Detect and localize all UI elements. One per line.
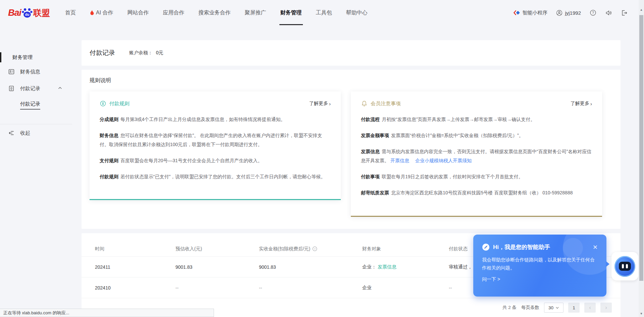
nav-item-finance[interactable]: 财务管理 bbox=[273, 0, 309, 25]
invoice-info-cell-link[interactable]: 发票信息 bbox=[378, 264, 396, 269]
sidebar-collapse-button[interactable]: 收起 bbox=[0, 128, 82, 138]
scrollbar-thumb[interactable] bbox=[639, 15, 643, 281]
invoice-info-link[interactable]: 开票信息 bbox=[390, 158, 409, 163]
payment-rules-card: 付款规则 了解更多 › 分成规则每月第3或4个工作日产出上月分成信息及发票信息，… bbox=[90, 91, 341, 200]
sidebar-item-payment-record[interactable]: 付款记录 bbox=[0, 80, 82, 97]
smart-program-icon bbox=[513, 9, 520, 16]
baidu-paw-icon: du bbox=[22, 7, 33, 18]
logout-icon[interactable] bbox=[621, 9, 628, 16]
rule-paragraph: 分成规则每月第3或4个工作日产出上月分成信息及发票信息，如有特殊情况将提前通知。 bbox=[100, 115, 331, 124]
cell-finance: 企业 bbox=[362, 285, 449, 291]
sidebar-section-finance[interactable]: 财务管理 bbox=[0, 51, 82, 63]
page-title: 付款记录 bbox=[90, 49, 115, 57]
page-scrollbar[interactable]: ▲ ▼ bbox=[639, 0, 644, 317]
close-icon[interactable]: ✕ bbox=[593, 244, 598, 250]
prev-page-button[interactable]: ‹ bbox=[584, 303, 596, 313]
svg-text:?: ? bbox=[592, 11, 594, 15]
logo-text-bai: Bai bbox=[8, 8, 21, 18]
navbar-right: 智能小程序 jyj1992 ? bbox=[513, 9, 636, 16]
chevron-right-icon: › bbox=[590, 101, 592, 107]
col-finance-target: 财务对象 bbox=[362, 246, 449, 252]
cell-estimated: 9001.83 bbox=[175, 264, 259, 270]
member-notes-more-link[interactable]: 了解更多 › bbox=[571, 101, 592, 107]
compass-icon bbox=[482, 243, 490, 251]
rule-paragraph: 支付规则百度联盟会在每月20号—31号支付企业会员上个自然月产生的收入。 bbox=[100, 156, 331, 165]
main-nav: 首页 AI 合作 网站合作 应用合作 搜索业务合作 聚屏推广 财务管理 工具包 … bbox=[58, 0, 375, 25]
assistant-title: Hi，我是您的智能助手 bbox=[493, 243, 550, 251]
page-header-card: 付款记录 账户余额：0元 bbox=[82, 40, 621, 66]
sidebar-subitem-payment-record[interactable]: 付款记录 bbox=[0, 97, 82, 114]
question-tooltip-icon[interactable]: ? bbox=[312, 246, 317, 251]
chevron-down-icon bbox=[555, 306, 559, 310]
cell-time: 202411 bbox=[95, 264, 175, 270]
payment-rules-more-link[interactable]: 了解更多 › bbox=[309, 101, 331, 107]
logo-text-lianmeng: 联盟 bbox=[33, 7, 50, 18]
top-navbar: Bai du 联盟 首页 AI 合作 网站合作 应用合作 搜索业务合作 聚屏推广… bbox=[0, 0, 644, 25]
col-received: 实收金额(扣除税费后/元) ? bbox=[259, 246, 362, 252]
cell-received: 9001.83 bbox=[259, 264, 362, 270]
nav-item-website[interactable]: 网站合作 bbox=[120, 0, 156, 25]
per-page-label: 每页条数 bbox=[521, 305, 539, 311]
payment-rules-title: 付款规则 bbox=[109, 101, 129, 107]
user-account[interactable]: jyj1992 bbox=[556, 10, 581, 16]
page-number-button[interactable]: 1 bbox=[568, 303, 580, 313]
robot-icon bbox=[614, 256, 635, 277]
nav-item-juping[interactable]: 聚屏推广 bbox=[238, 0, 273, 25]
nav-item-ai[interactable]: AI 合作 bbox=[83, 0, 120, 25]
rule-paragraph: 发票信息需与系统内发票信息内容完全一致，否则无法支付。请根据发票信息页面中“百度… bbox=[361, 147, 592, 165]
next-page-button[interactable]: › bbox=[600, 303, 612, 313]
chevron-up-icon[interactable] bbox=[58, 86, 62, 91]
sidebar-item-finance-info[interactable]: 财务信息 bbox=[0, 63, 82, 80]
assistant-robot-button[interactable] bbox=[611, 252, 638, 280]
help-icon[interactable]: ? bbox=[590, 9, 596, 16]
member-notes-card: 会员注意事项 了解更多 › 付款流程月初按“发票信息”页面开具发票→上传发票→邮… bbox=[351, 91, 602, 217]
scrollbar-down-button[interactable]: ▼ bbox=[639, 312, 644, 315]
finance-info-card-icon bbox=[8, 68, 15, 75]
scrollbar-up-button[interactable]: ▲ bbox=[639, 8, 644, 11]
cell-estimated: -- bbox=[175, 285, 259, 291]
svg-text:?: ? bbox=[314, 248, 316, 251]
sound-icon[interactable] bbox=[605, 9, 612, 16]
sidebar-divider bbox=[0, 124, 72, 124]
rule-paragraph: 付款流程月初按“发票信息”页面开具发票→上传发票→邮寄发票→审核→确认支付。 bbox=[361, 115, 592, 124]
chevron-right-icon: › bbox=[329, 101, 331, 107]
ask-link[interactable]: 问一下 > bbox=[482, 276, 598, 282]
svg-text:du: du bbox=[25, 13, 30, 16]
nav-item-toolkit[interactable]: 工具包 bbox=[309, 0, 339, 25]
cell-received: -- bbox=[259, 285, 362, 291]
browser-status-bubble: 正在等待 xlab.baidu.com 的响应... bbox=[0, 309, 214, 317]
bell-icon bbox=[361, 100, 368, 107]
col-time: 时间 bbox=[95, 246, 175, 252]
baidu-union-logo[interactable]: Bai du 联盟 bbox=[8, 7, 50, 18]
browser-status-text: 正在等待 xlab.baidu.com 的响应... bbox=[3, 310, 69, 316]
coin-icon bbox=[100, 100, 106, 107]
user-icon bbox=[556, 10, 562, 16]
per-page-select[interactable]: 30 bbox=[544, 303, 564, 313]
rule-paragraph: 付款事项联盟在每月19日之后签收的发票，付款时间安排在下个月首批支付。 bbox=[361, 172, 592, 181]
balance-value: 0元 bbox=[156, 50, 163, 55]
cell-finance: 企业： 发票信息 bbox=[362, 264, 449, 270]
total-count: 共 2 条 bbox=[502, 305, 517, 311]
rule-paragraph: 财务信息您可以在财务信息中选择“保留付款”。 在此期间您产生的收入将在账户内进行… bbox=[100, 131, 331, 149]
nav-item-app[interactable]: 应用合作 bbox=[156, 0, 192, 25]
payment-record-badge-icon bbox=[8, 85, 15, 92]
rules-section: 规则说明 付款规则 了解更多 › bbox=[82, 70, 621, 229]
nav-item-help-center[interactable]: 帮助中心 bbox=[339, 0, 375, 25]
username: jyj1992 bbox=[565, 10, 581, 16]
collapse-arrow-icon bbox=[8, 130, 15, 136]
rule-paragraph: 付款规则若付款状态显示“已支付”，说明联盟已安排了您的付款。支付后三个工作日内到… bbox=[100, 172, 331, 181]
rule-paragraph: 邮寄纸质发票北京市海淀区西北旺东路10号院百度科技园5号楼 百度联盟财务组（收）… bbox=[361, 188, 592, 197]
nav-item-home[interactable]: 首页 bbox=[58, 0, 83, 25]
smart-mini-program-link[interactable]: 智能小程序 bbox=[513, 9, 547, 16]
sidebar: 财务管理 财务信息 付款记录 bbox=[0, 25, 82, 317]
rule-paragraph: 发票金额事项发票票面“价税合计”金额=系统中“实收金额（扣除税费后/元）”。 bbox=[361, 131, 592, 140]
cell-time: 202410 bbox=[95, 285, 175, 291]
small-taxpayer-notice-link[interactable]: 企业小规模纳税人开票须知 bbox=[415, 158, 472, 163]
rules-heading: 规则说明 bbox=[90, 77, 612, 84]
member-notes-title: 会员注意事项 bbox=[371, 101, 401, 107]
nav-item-search-biz[interactable]: 搜索业务合作 bbox=[192, 0, 238, 25]
assistant-popup: Hi，我是您的智能助手 ✕ 我会帮助您诊断合作链路问题，以及解答您关于任何合作相… bbox=[473, 235, 606, 297]
assistant-popup-pointer bbox=[606, 261, 609, 267]
flame-icon bbox=[90, 10, 94, 16]
assistant-message: 我会帮助您诊断合作链路问题，以及解答您关于任何合作相关的问题。 bbox=[482, 256, 598, 272]
